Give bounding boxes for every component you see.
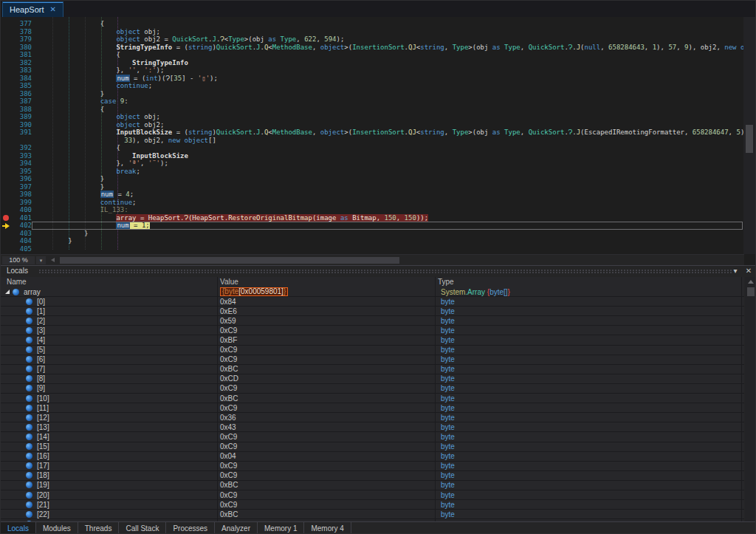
variable-value[interactable]: 0xC9 — [217, 471, 438, 479]
locals-row[interactable]: [0]0x84byte — [1, 297, 744, 307]
breakpoint-margin[interactable] — [1, 152, 13, 160]
variable-value[interactable]: 0x84 — [217, 298, 438, 306]
variable-value[interactable]: 0xBC — [217, 481, 438, 489]
variable-value[interactable]: 0xC9 — [217, 501, 438, 509]
breakpoint-margin[interactable] — [1, 59, 13, 67]
breakpoint-margin[interactable] — [1, 230, 13, 238]
breakpoint-margin[interactable] — [1, 97, 13, 106]
panel-tab-call-stack[interactable]: Call Stack — [119, 522, 166, 534]
column-header-value[interactable]: Value — [220, 278, 238, 286]
breakpoint-margin[interactable] — [1, 191, 13, 199]
locals-column-headers[interactable]: Name Value Type — [1, 277, 744, 288]
locals-row[interactable]: [13]0x43byte — [1, 422, 744, 432]
panel-close-icon[interactable]: ✕ — [743, 267, 754, 275]
code-line[interactable]: 393 InputBlockSize — [1, 152, 744, 160]
variable-value[interactable]: 0x59 — [217, 317, 438, 325]
code-editor[interactable]: 377 {378 object obj;379 object obj2 = Qu… — [1, 17, 744, 254]
locals-row[interactable]: [7]0xBCbyte — [1, 365, 744, 374]
column-header-type[interactable]: Type — [438, 278, 454, 286]
variable-value[interactable]: 0xC9 — [217, 355, 438, 363]
locals-row[interactable]: [21]0xC9byte — [1, 500, 744, 510]
breakpoint-margin[interactable] — [1, 237, 13, 245]
code-line[interactable]: 399 continue; — [1, 199, 744, 207]
variable-value[interactable]: 0x04 — [217, 452, 438, 460]
locals-row[interactable]: [5]0xC9byte — [1, 346, 744, 355]
breakpoint-margin[interactable] — [1, 245, 13, 253]
breakpoint-margin[interactable] — [1, 82, 13, 90]
breakpoint-margin[interactable] — [1, 66, 13, 75]
variable-value[interactable]: 0xC9 — [217, 491, 438, 499]
code-line[interactable]: 388 { — [1, 106, 744, 114]
breakpoint-margin[interactable] — [1, 175, 13, 183]
expander-icon[interactable] — [5, 290, 10, 294]
breakpoint-margin[interactable] — [1, 28, 13, 36]
window-menu-icon[interactable]: ▾ — [730, 267, 740, 275]
variable-value[interactable]: 0xC9 — [217, 326, 438, 335]
locals-row[interactable]: [8]0xCDbyte — [1, 374, 744, 384]
code-line[interactable]: 384 num = (int)(Ɂ[35] - '▯'); — [1, 75, 744, 83]
locals-row[interactable]: [3]0xC9byte — [1, 326, 744, 335]
code-line[interactable]: 382 StringTypeInfo — [1, 59, 744, 67]
tab-close-icon[interactable]: ✕ — [49, 6, 55, 13]
current-statement-arrow-icon[interactable] — [1, 222, 13, 230]
breakpoint-margin[interactable] — [1, 144, 13, 152]
panel-tab-threads[interactable]: Threads — [78, 522, 120, 534]
code-line[interactable]: 404 } — [1, 237, 744, 245]
breakpoint-margin[interactable] — [1, 137, 13, 145]
variable-value[interactable]: 0x43 — [217, 423, 438, 431]
code-line[interactable]: 385 continue; — [1, 82, 744, 90]
locals-vertical-scrollbar[interactable] — [745, 277, 756, 522]
locals-row[interactable]: [16]0x04byte — [1, 452, 744, 462]
variable-value[interactable]: 0xC9 — [217, 462, 438, 470]
locals-row[interactable]: [12]0x36byte — [1, 413, 744, 422]
scroll-up-arrow-icon[interactable] — [748, 280, 754, 284]
locals-row[interactable]: array{byte[0x00059801]}System.Array {byt… — [1, 287, 744, 297]
code-line[interactable]: 380 StringTypeInfo = (string)QuickSort.Ј… — [1, 44, 744, 52]
code-line[interactable]: 405 — [1, 245, 744, 253]
panel-tab-memory-1[interactable]: Memory 1 — [258, 522, 304, 534]
breakpoint-margin[interactable] — [1, 206, 13, 214]
breakpoint-margin[interactable] — [1, 75, 13, 83]
locals-row[interactable]: [4]0xBFbyte — [1, 335, 744, 345]
breakpoint-margin[interactable] — [1, 129, 13, 137]
panel-tab-locals[interactable]: Locals — [1, 522, 36, 534]
editor-horizontal-scrollbar[interactable]: 100 % ▾ — [1, 254, 744, 266]
locals-row[interactable]: [17]0xC9byte — [1, 462, 744, 471]
breakpoint-margin[interactable] — [1, 106, 13, 114]
variable-value[interactable]: 0xC9 — [217, 404, 438, 412]
breakpoint-margin[interactable] — [1, 90, 13, 98]
variable-value[interactable]: 0xE6 — [217, 307, 438, 315]
variable-value[interactable]: 0xC9 — [217, 442, 438, 451]
code-line[interactable]: 395 break; — [1, 168, 744, 176]
panel-tab-analyzer[interactable]: Analyzer — [215, 522, 258, 534]
breakpoint-margin[interactable] — [1, 44, 13, 52]
breakpoint-icon[interactable] — [1, 214, 13, 222]
code-area[interactable]: 377 {378 object obj;379 object obj2 = Qu… — [1, 20, 744, 253]
code-line[interactable]: 383 }, '', ':'); — [1, 66, 744, 75]
breakpoint-margin[interactable] — [1, 121, 13, 129]
locals-row[interactable]: [10]0xBCbyte — [1, 394, 744, 403]
code-line[interactable]: 387 case 9: — [1, 97, 744, 106]
locals-row[interactable]: [22]0xBCbyte — [1, 510, 744, 519]
editor-scrollbar-thumb[interactable] — [746, 125, 753, 153]
editor-zoom-control[interactable]: 100 % — [2, 256, 35, 264]
code-line[interactable]: 400 IL_133: — [1, 206, 744, 214]
locals-title-bar[interactable]: Locals ▾ ✕ — [1, 266, 756, 277]
breakpoint-margin[interactable] — [1, 168, 13, 176]
variable-value[interactable]: 0xC9 — [217, 433, 438, 441]
locals-row[interactable]: [20]0xC9byte — [1, 490, 744, 500]
tab-heapsort[interactable]: HeapSort ✕ — [2, 1, 63, 17]
column-header-name[interactable]: Name — [7, 278, 27, 286]
editor-vertical-scrollbar[interactable] — [743, 17, 755, 254]
code-line[interactable]: 392 { — [1, 144, 744, 152]
code-line[interactable]: 378 object obj; — [1, 28, 744, 36]
breakpoint-margin[interactable] — [1, 113, 13, 121]
code-line[interactable]: 390 object obj2; — [1, 121, 744, 129]
variable-value[interactable]: 0xC9 — [217, 384, 438, 392]
code-line[interactable]: 386 } — [1, 90, 744, 98]
locals-row[interactable]: [15]0xC9byte — [1, 442, 744, 452]
panel-tab-modules[interactable]: Modules — [36, 522, 78, 534]
code-line[interactable]: 391 InputBlockSize = (string)QuickSort.Ј… — [1, 129, 744, 137]
locals-row[interactable]: [11]0xC9byte — [1, 403, 744, 413]
panel-tab-memory-4[interactable]: Memory 4 — [304, 522, 351, 534]
